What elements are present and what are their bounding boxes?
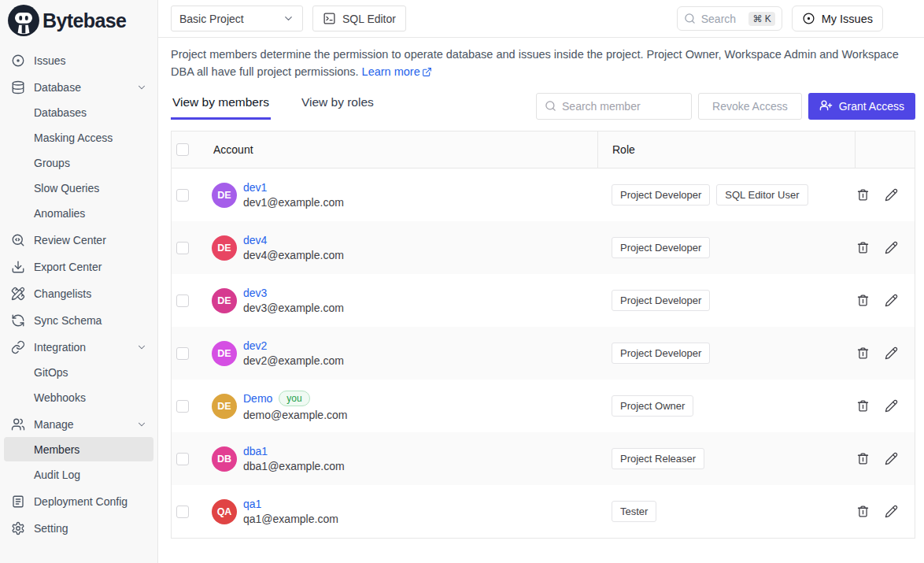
member-name-link[interactable]: qa1 (243, 498, 261, 510)
search-member-input[interactable]: Search member (536, 93, 692, 120)
row-checkbox[interactable] (176, 453, 189, 465)
row-checkbox[interactable] (176, 189, 189, 202)
sidebar-item-sync-schema[interactable]: Sync Schema (4, 308, 153, 332)
edit-member-button[interactable] (885, 399, 898, 413)
sidebar-item-manage[interactable]: Manage (4, 412, 153, 436)
search-code-icon (11, 233, 25, 247)
row-checkbox[interactable] (176, 506, 189, 518)
select-all-checkbox[interactable] (176, 143, 189, 156)
sidebar-item-label: Groups (34, 157, 70, 169)
member-name-link[interactable]: Demo (243, 392, 272, 405)
grant-access-button[interactable]: Grant Access (808, 93, 915, 120)
account-cell: DE dev2 dev2@example.com (209, 339, 597, 367)
role-chip: Project Owner (612, 395, 693, 417)
role-chip: Project Developer (612, 343, 710, 364)
sidebar-item-label: Members (34, 443, 79, 456)
sidebar-item-label: Databases (34, 106, 87, 119)
sidebar-item-deployment-config[interactable]: Deployment Config (4, 489, 153, 513)
sidebar-item-audit-log[interactable]: Audit Log (4, 462, 153, 487)
tab-view-by-roles[interactable]: View by roles (300, 92, 375, 120)
delete-member-button[interactable] (856, 241, 870, 254)
sidebar-item-changelists[interactable]: Changelists (4, 281, 153, 306)
app-root: Bytebase IssuesDatabaseDatabasesMasking … (0, 0, 924, 563)
role-chip: Project Developer (612, 237, 710, 258)
user-avatar[interactable]: DE (893, 8, 915, 30)
role-cell: Project Developer (597, 343, 855, 364)
member-name-link[interactable]: dev1 (243, 181, 267, 194)
sidebar-item-export-center[interactable]: Export Center (4, 254, 153, 279)
sidebar-item-anomalies[interactable]: Anomalies (4, 201, 153, 225)
actions-cell (855, 452, 915, 465)
sidebar-item-integration[interactable]: Integration (4, 335, 153, 359)
sidebar-item-webhooks[interactable]: Webhooks (4, 385, 153, 409)
delete-member-button[interactable] (856, 294, 870, 307)
tab-view-by-members[interactable]: View by members (171, 92, 271, 120)
role-cell: Project DeveloperSQL Editor User (597, 184, 855, 206)
role-chip: Project Developer (612, 184, 710, 206)
terminal-icon (323, 12, 336, 25)
edit-member-button[interactable] (885, 188, 898, 202)
actions-cell (855, 241, 915, 254)
learn-more-label: Learn more (362, 64, 420, 81)
delete-member-button[interactable] (856, 452, 870, 465)
edit-member-button[interactable] (885, 452, 898, 465)
delete-member-button[interactable] (856, 399, 870, 413)
avatar: DE (212, 183, 237, 208)
learn-more-link[interactable]: Learn more (362, 64, 432, 81)
member-name-link[interactable]: dev4 (243, 234, 267, 246)
sidebar-item-members[interactable]: Members (4, 437, 153, 461)
edit-member-button[interactable] (885, 241, 898, 254)
logo-wordmark: Bytebase (43, 9, 126, 32)
sidebar-item-database[interactable]: Database (4, 75, 153, 99)
row-checkbox[interactable] (176, 242, 189, 254)
settings-icon (11, 521, 25, 535)
pencil-ruler-icon (11, 287, 25, 301)
project-select[interactable]: Basic Project (171, 6, 303, 31)
account-cell: DE Demo you demo@example.com (209, 391, 597, 421)
revoke-access-button[interactable]: Revoke Access (698, 93, 802, 120)
actions-cell (855, 399, 915, 413)
role-cell: Project Owner (597, 395, 855, 417)
sidebar-item-label: Manage (34, 418, 74, 431)
avatar: QA (212, 499, 237, 524)
role-chip: Tester (612, 501, 656, 522)
sidebar-item-slow-queries[interactable]: Slow Queries (4, 176, 153, 200)
member-email: qa1@example.com (243, 513, 338, 525)
sidebar-item-label: Issues (34, 54, 65, 67)
sidebar-item-label: Deployment Config (34, 495, 128, 508)
chevron-down-icon (136, 419, 147, 430)
bytebase-logo-icon (7, 4, 40, 37)
sql-editor-label: SQL Editor (342, 13, 396, 25)
delete-member-button[interactable] (856, 188, 870, 202)
edit-member-button[interactable] (885, 346, 898, 360)
search-member-placeholder: Search member (562, 100, 641, 113)
delete-member-button[interactable] (856, 346, 870, 360)
member-name-link[interactable]: dev2 (243, 339, 267, 352)
delete-member-button[interactable] (856, 505, 870, 518)
sidebar-item-issues[interactable]: Issues (4, 48, 153, 72)
controls-row: View by members View by roles Search mem… (171, 92, 915, 120)
role-cell: Project Developer (597, 290, 855, 311)
sidebar-item-setting[interactable]: Setting (4, 516, 153, 540)
sidebar-item-masking-access[interactable]: Masking Access (4, 125, 153, 150)
global-search-button[interactable]: Search ⌘ K (677, 6, 782, 31)
sidebar-item-review-center[interactable]: Review Center (4, 228, 153, 252)
sidebar-item-gitops[interactable]: GitOps (4, 360, 153, 384)
row-checkbox[interactable] (176, 400, 189, 413)
my-issues-button[interactable]: My Issues (792, 6, 883, 31)
actions-cell (855, 294, 915, 307)
row-checkbox[interactable] (176, 347, 189, 360)
role-cell: Project Releaser (597, 448, 855, 469)
member-name-link[interactable]: dba1 (243, 445, 268, 457)
edit-member-button[interactable] (885, 294, 898, 307)
sidebar-item-databases[interactable]: Databases (4, 100, 153, 124)
table-row: DE dev2 dev2@example.com Project Develop… (172, 327, 915, 380)
edit-member-button[interactable] (885, 505, 898, 518)
sidebar-item-groups[interactable]: Groups (4, 150, 153, 175)
row-checkbox[interactable] (176, 294, 189, 307)
bytebase-logo[interactable]: Bytebase (0, 0, 157, 41)
account-cell: DB dba1 dba1@example.com (209, 445, 597, 472)
member-name-link[interactable]: dev3 (243, 287, 267, 299)
sql-editor-button[interactable]: SQL Editor (312, 6, 406, 31)
table-row: DE dev1 dev1@example.com Project Develop… (172, 169, 915, 221)
